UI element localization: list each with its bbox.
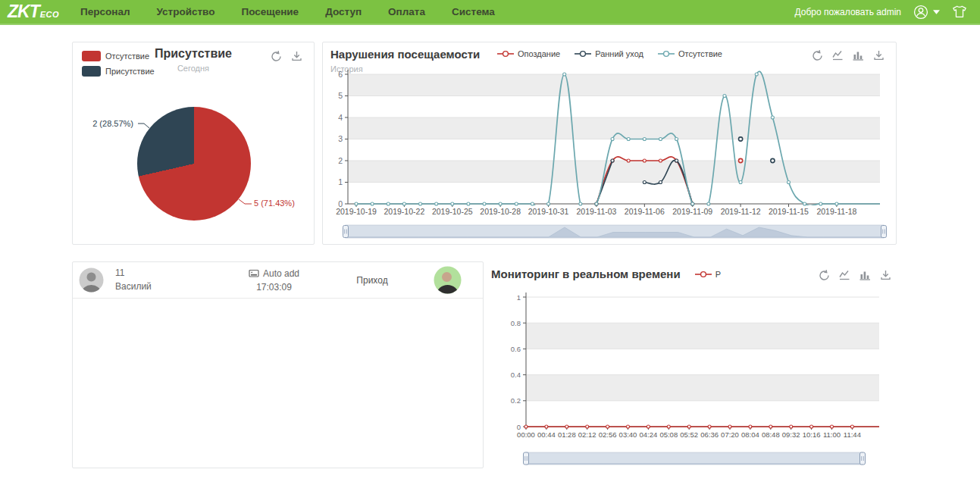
event-time: 17:03:09: [221, 280, 327, 294]
y-axis-label: 0.8: [511, 319, 521, 327]
x-axis-label: 00:00: [517, 430, 535, 439]
y-axis-label: 1: [517, 293, 521, 302]
attendance-pie-panel: ОтсутствиеПрисутствие Присутствие Сегодн…: [72, 42, 315, 245]
employee-avatar: [79, 268, 104, 293]
monitor-panel: Мониторинг в реальном времени P: [491, 261, 897, 468]
slider-handle[interactable]: [860, 452, 866, 465]
list-item[interactable]: 11 Василий Auto add 17:03:09 Приход: [73, 262, 483, 299]
x-axis-label: 2019-10-22: [384, 207, 425, 216]
nav-item-personnel[interactable]: Персонал: [80, 6, 130, 17]
x-axis-label: 05:52: [680, 430, 698, 439]
chevron-down-icon: [933, 10, 940, 14]
x-axis-label: 11:44: [844, 430, 861, 439]
x-axis-label: 02:12: [578, 430, 596, 439]
y-axis-label: 0.6: [511, 345, 521, 353]
logo-t: T: [30, 2, 40, 22]
y-axis-label: 0.4: [511, 371, 521, 379]
slider-handle[interactable]: [524, 452, 529, 465]
x-axis-label: 2019-11-15: [769, 207, 809, 216]
events-panel: 11 Василий Auto add 17:03:09 Приход: [72, 261, 484, 468]
nav-item-attendance[interactable]: Посещение: [241, 6, 299, 17]
x-axis-label: 08:48: [762, 430, 780, 439]
navbar-right: Добро пожаловать admin: [795, 4, 980, 20]
theme-button[interactable]: [951, 5, 968, 20]
x-axis-label: 2019-11-18: [816, 207, 856, 216]
refresh-icon[interactable]: [270, 50, 283, 63]
y-axis-label: 5: [338, 91, 343, 100]
x-axis-label: 09:32: [782, 430, 800, 439]
zkteco-logo[interactable]: ZKTECO: [8, 2, 59, 22]
user-menu[interactable]: [913, 4, 940, 20]
x-axis-label: 2019-10-19: [336, 207, 377, 216]
y-axis-label: 3: [338, 134, 343, 143]
nav-item-device[interactable]: Устройство: [157, 6, 215, 17]
y-axis-label: 2: [338, 156, 343, 165]
tshirt-icon: [951, 5, 968, 20]
x-axis-label: 07:20: [721, 430, 739, 439]
violations-panel: Нарушения посещаемости История Опоздание…: [322, 42, 897, 245]
x-axis-label: 2019-11-03: [576, 207, 616, 216]
event-source: Auto add: [263, 267, 299, 280]
monitor-chart[interactable]: 00.20.40.60.8100:0000:4401:2802:1202:560…: [491, 261, 897, 468]
pie-toolbox: [270, 50, 303, 63]
slider-handle[interactable]: [343, 226, 349, 238]
nav-item-access[interactable]: Доступ: [325, 6, 362, 17]
x-axis-label: 2019-10-25: [432, 207, 473, 216]
employee-id: 11: [115, 267, 221, 280]
welcome-text: Добро пожаловать admin: [795, 7, 901, 17]
x-axis-label: 2019-11-06: [625, 207, 665, 216]
violations-chart[interactable]: 01234562019-10-192019-10-222019-10-25201…: [323, 42, 896, 244]
nav-item-system[interactable]: Система: [452, 6, 495, 17]
download-icon[interactable]: [290, 50, 303, 63]
pie-panel-subtitle: Сегодня: [73, 64, 314, 73]
dashboard: ZKTECO Персонал Устройство Посещение Дос…: [0, 0, 980, 485]
x-axis-label: 2019-10-28: [480, 207, 521, 216]
x-axis-label: 03:40: [619, 430, 637, 439]
slider-handle[interactable]: [881, 226, 887, 238]
capture-photo: [434, 266, 462, 294]
x-axis-label: 10:16: [803, 430, 821, 439]
logo-eco: ECO: [40, 10, 59, 19]
x-axis-label: 04:24: [640, 430, 658, 439]
employee-id-name: 11 Василий: [115, 267, 221, 293]
event-source-time: Auto add 17:03:09: [221, 267, 327, 294]
employee-name: Василий: [115, 280, 221, 293]
x-axis-label: 2019-11-12: [721, 207, 761, 216]
pie-label-absent: 5 (71.43%): [254, 199, 295, 208]
x-axis-label: 08:04: [741, 430, 759, 439]
x-axis-label: 00:44: [537, 430, 556, 439]
pie-chart[interactable]: [137, 107, 251, 221]
y-axis-label: 4: [338, 113, 343, 122]
logo-zk: ZK: [8, 2, 30, 22]
x-axis-label: 02:56: [599, 430, 617, 439]
nav-item-payment[interactable]: Оплата: [388, 6, 425, 17]
x-axis-label: 2019-11-09: [672, 207, 712, 216]
y-axis-label: 0: [517, 423, 521, 431]
device-icon: [249, 269, 259, 278]
navbar: ZKTECO Персонал Устройство Посещение Дос…: [0, 0, 980, 25]
x-axis-label: 05:08: [659, 430, 678, 439]
x-axis-label: 06:36: [700, 430, 719, 439]
y-axis-label: 6: [338, 70, 343, 79]
x-axis-label: 11:00: [823, 430, 841, 439]
y-axis-label: 0.2: [511, 396, 521, 405]
status-badge: Приход: [327, 275, 418, 286]
x-axis-label: 01:28: [558, 430, 576, 439]
pie-label-present: 2 (28.57%): [92, 119, 133, 128]
x-axis-label: 2019-10-31: [528, 207, 569, 216]
main-menu: Персонал Устройство Посещение Доступ Опл…: [80, 6, 495, 17]
y-axis-label: 1: [338, 177, 343, 186]
user-icon: [913, 4, 929, 20]
